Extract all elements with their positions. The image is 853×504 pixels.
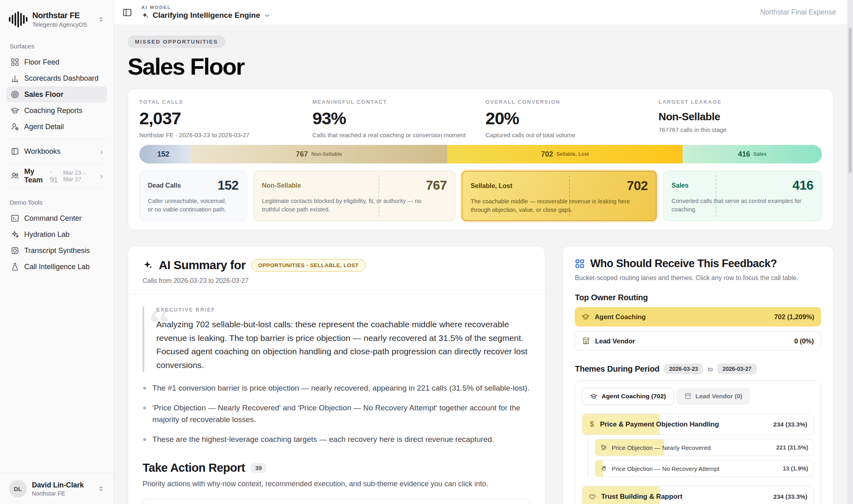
theme-row[interactable]: Trust Building & Rapport 234 (33.3%) <box>582 486 814 504</box>
flask-icon <box>11 262 19 271</box>
sidebar-item-label: Sales Floor <box>24 90 63 99</box>
stat-sub: Calls that reached a real coaching or co… <box>313 132 476 138</box>
sidebar-item-label: Command Center <box>24 214 82 223</box>
workspace-name: Northstar FE <box>32 11 92 20</box>
bucket-card-sales[interactable]: Sales416 Converted calls that serve as c… <box>663 171 822 221</box>
sparkle-icon <box>141 12 149 19</box>
theme-row[interactable]: $ Price & Payment Objection Handling 234… <box>582 414 814 435</box>
funnel-segment-dead-calls[interactable]: 152 <box>139 145 191 163</box>
storefront-icon <box>582 337 590 345</box>
user-menu[interactable]: DL David Lin-Clark Northstar FE <box>0 473 113 504</box>
sidebar-item-label: Floor Feed <box>24 58 59 67</box>
owner-row-lead-vendor[interactable]: Lead Vendor 0 (0%) <box>575 331 821 351</box>
panel-left-toggle-icon[interactable] <box>122 7 132 18</box>
graduation-cap-icon <box>582 313 590 321</box>
model-name: Clarifying Intelligence Engine <box>153 11 260 20</box>
funnel-segment-sales[interactable]: 416 Sales <box>683 145 822 163</box>
owner-value: 0 (0%) <box>794 337 814 345</box>
page-title: Sales Floor <box>128 53 834 80</box>
sidebar-item-floor-feed[interactable]: Floor Feed <box>6 54 107 70</box>
stat-label: TOTAL CALLS <box>139 99 303 105</box>
scrollbar-thumb[interactable] <box>849 27 852 173</box>
tab-agent-coaching[interactable]: Agent Coaching (702) <box>582 388 674 405</box>
sidebar-item-label: Coaching Reports <box>24 107 82 115</box>
owner-value: 702 (1,209%) <box>774 313 814 321</box>
sidebar-item-label: Workbooks <box>24 147 61 156</box>
brief-label: EXECUTIVE BRIEF <box>156 307 530 313</box>
user-star-icon <box>11 122 19 131</box>
sidebar-item-command-center[interactable]: Command Center <box>6 210 107 226</box>
sidebar-item-label: Call Intelligence Lab <box>24 263 90 271</box>
sidebar-item-label: Transcript Synthesis <box>24 247 90 255</box>
bucket-card-non-sellable[interactable]: Non-Sellable767 Legitimate contacts bloc… <box>254 171 456 221</box>
overview-card: TOTAL CALLS 2,037 Northstar FE · 2026-03… <box>128 89 834 230</box>
owner-tabs: Agent Coaching (702) Lead Vendor (0) <box>582 388 814 405</box>
bucket-name: Sellable, Lost <box>471 182 512 190</box>
user-org: Northstar FE <box>32 490 84 497</box>
bucket-count: 152 <box>218 178 239 193</box>
sidebar-item-sales-floor[interactable]: Sales Floor <box>6 86 107 102</box>
sparkle-icon <box>143 260 153 270</box>
sidebar-item-workbooks[interactable]: Workbooks › <box>6 143 107 159</box>
stat-label: OVERALL CONVERSION <box>485 99 649 105</box>
owner-row-agent-coaching[interactable]: Agent Coaching 702 (1,209%) <box>575 307 821 326</box>
funnel-segment-non-sellable[interactable]: 767 Non-Sellable <box>191 145 447 163</box>
owner-label: Agent Coaching <box>595 313 646 321</box>
sub-theme-row[interactable]: Price Objection — No Recovery Attempt 13… <box>595 460 814 477</box>
hand-icon <box>601 465 607 472</box>
stat-value: 20% <box>485 109 649 128</box>
bar-chart-icon <box>11 74 19 83</box>
model-selector[interactable]: Clarifying Intelligence Engine <box>141 11 271 20</box>
bucket-divider <box>716 175 716 217</box>
tab-label: Lead Vendor (0) <box>695 393 742 400</box>
theme-group-price-payment: $ Price & Payment Objection Handling 234… <box>582 414 814 477</box>
stat-value: Non-Sellable <box>659 111 822 123</box>
themes-title: Themes During Period <box>575 364 659 374</box>
bucket-cards: Dead Calls152 Caller unreachable, voicem… <box>139 171 822 221</box>
tab-lead-vendor[interactable]: Lead Vendor (0) <box>677 388 750 405</box>
sidebar-item-hydration-lab[interactable]: Hydration Lab <box>6 226 107 243</box>
my-team-date-range: Mar 23 – Mar 27 <box>63 169 92 182</box>
model-label: AI MODEL <box>141 5 271 10</box>
stat-sub: Northstar FE · 2026-03-23 to 2026-03-27 <box>139 132 303 138</box>
sidebar-item-scorecards-dashboard[interactable]: Scorecards Dashboard <box>6 70 107 86</box>
sidebar-item-my-team[interactable]: My Team · 91 Mar 23 – Mar 27 › <box>6 168 107 184</box>
executive-brief: “ EXECUTIVE BRIEF Analyzing 702 sellable… <box>143 307 530 372</box>
chevron-right-icon: › <box>100 172 103 180</box>
stat-label: LARGEST LEAKAGE <box>659 99 822 105</box>
funnel-value: 702 <box>541 150 553 159</box>
sub-theme-row[interactable]: Price Objection — Nearly Recovered 221 (… <box>595 439 814 456</box>
funnel-value: 767 <box>296 150 308 159</box>
users-icon <box>11 171 19 180</box>
sidebar-item-transcript-synthesis[interactable]: Transcript Synthesis <box>6 243 107 259</box>
chevrons-up-down-icon <box>97 16 105 23</box>
sidebar-item-coaching-reports[interactable]: Coaching Reports <box>6 102 107 119</box>
date-from-badge: 2026-03-23 <box>664 364 704 374</box>
graduation-cap-icon <box>590 393 597 400</box>
funnel-segment-sellable-lost[interactable]: 702 Sellable, Lost <box>447 145 683 163</box>
sidebar-item-label: Hydration Lab <box>24 230 69 239</box>
sub-theme-name: Price Objection — No Recovery Attempt <box>611 465 719 472</box>
scan-circle-icon <box>11 246 19 255</box>
insight-bullet: ●The #1 conversion barrier is price obje… <box>143 382 530 394</box>
tag-off-icon <box>601 444 607 451</box>
sub-theme-name: Price Objection — Nearly Recovered <box>611 444 710 451</box>
layout-grid-icon <box>11 58 19 67</box>
sidebar-item-call-intelligence-lab[interactable]: Call Intelligence Lab <box>6 259 107 275</box>
bucket-desc: The coachable middle — recoverable reven… <box>471 197 633 214</box>
date-join: to <box>708 366 713 372</box>
bucket-name: Dead Calls <box>148 182 181 189</box>
bucket-card-dead-calls[interactable]: Dead Calls152 Caller unreachable, voicem… <box>139 171 247 221</box>
sidebar-item-agent-detail[interactable]: Agent Detail <box>6 119 107 135</box>
stat-value: 2,037 <box>139 109 303 128</box>
stat-label: MEANINGFUL CONTACT <box>313 99 476 105</box>
action-item-card[interactable]: 1. Price & Payment Objection Handling Wh… <box>143 499 530 504</box>
workspace-switcher[interactable]: Northstar FE Telegento AgencyOS <box>6 9 107 32</box>
page-content: MISSED OPPORTUNITIES Sales Floor TOTAL C… <box>114 25 847 504</box>
sidebar-section-demo-tools: Demo Tools <box>10 199 104 206</box>
scope-badge: OPPORTUNITIES · SELLABLE, LOST <box>251 259 366 272</box>
owner-label: Lead Vendor <box>595 337 635 345</box>
sidebar-item-label: My Team <box>24 167 45 184</box>
bucket-card-sellable-lost-selected[interactable]: Sellable, Lost702 The coachable middle —… <box>462 171 656 221</box>
sparkles-icon <box>11 230 19 239</box>
